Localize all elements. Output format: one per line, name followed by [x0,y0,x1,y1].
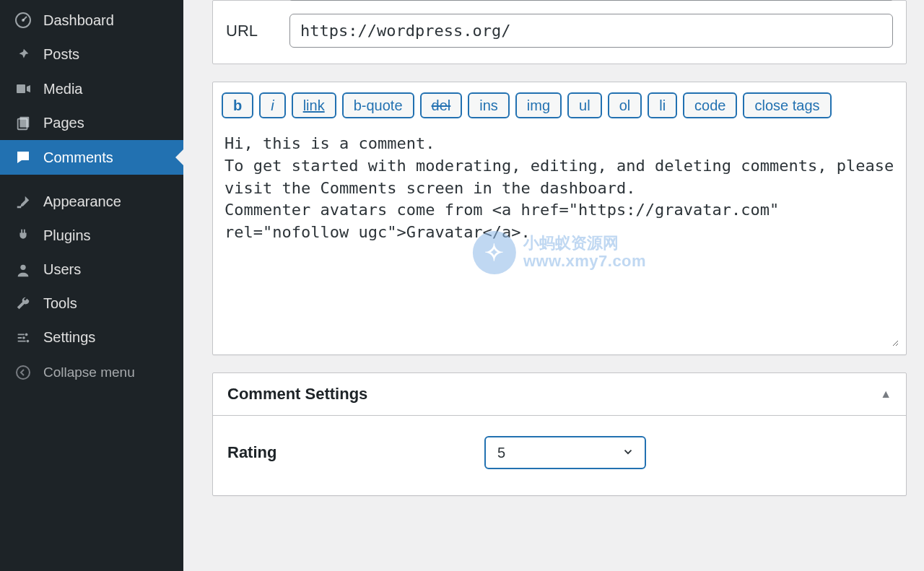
quicktag-bquote-button[interactable]: b-quote [342,92,414,118]
comment-settings-panel: Comment Settings ▲ Rating 5 [212,372,907,496]
comment-settings-toggle[interactable]: Comment Settings ▲ [213,373,906,416]
sidebar-item-label: Posts [43,46,79,63]
media-icon [13,80,33,97]
dashboard-icon [13,12,33,29]
quicktag-ins-button[interactable]: ins [468,92,510,118]
sidebar-item-label: Comments [43,149,113,166]
collapse-icon [13,365,33,380]
quicktag-li-button[interactable]: li [648,92,677,118]
sidebar-item-label: Settings [43,329,95,346]
svg-point-7 [25,333,28,336]
sidebar-item-label: Media [43,81,82,97]
sidebar-item-label: Dashboard [43,12,114,29]
quicktag-close-button[interactable]: close tags [743,92,831,118]
svg-rect-4 [19,116,29,127]
comment-icon [13,149,33,166]
sidebar-item-appearance[interactable]: Appearance [0,185,183,219]
collapse-menu-button[interactable]: Collapse menu [0,354,183,389]
sidebar-item-label: Plugins [43,227,91,244]
url-input[interactable] [289,14,893,48]
admin-sidebar: DashboardPostsMediaPagesCommentsAppearan… [0,0,183,571]
quicktag-i-button[interactable]: i [259,92,285,118]
sidebar-item-settings[interactable]: Settings [0,321,183,354]
quicktags-toolbar: bilinkb-quotedelinsimgulollicodeclose ta… [220,90,899,126]
rating-label: Rating [227,443,484,462]
quicktag-ol-button[interactable]: ol [608,92,642,118]
wrench-icon [13,296,33,312]
quicktag-code-button[interactable]: code [683,92,737,118]
sliders-icon [13,330,33,346]
svg-point-8 [22,336,25,339]
svg-point-9 [27,339,30,342]
sidebar-item-label: Tools [43,295,77,312]
comment-settings-title: Comment Settings [227,385,367,404]
comment-content-textarea[interactable] [220,130,899,346]
brush-icon [13,194,33,210]
url-label: URL [226,22,289,40]
sidebar-item-tools[interactable]: Tools [0,287,183,321]
svg-rect-5 [17,206,22,208]
rating-select[interactable]: 5 [484,436,646,469]
sidebar-item-label: Users [43,261,81,278]
chevron-up-icon: ▲ [880,388,892,401]
collapse-menu-label: Collapse menu [43,365,135,380]
plug-icon [13,228,33,244]
main-content: URL bilinkb-quotedelinsimgulollicodeclos… [183,0,924,571]
page-icon [13,115,33,131]
quicktag-link-button[interactable]: link [292,92,336,118]
sidebar-item-posts[interactable]: Posts [0,38,183,71]
quicktag-img-button[interactable]: img [515,92,562,118]
comment-editor-panel: bilinkb-quotedelinsimgulollicodeclose ta… [212,82,907,355]
sidebar-item-label: Appearance [43,193,121,210]
svg-point-10 [17,366,30,379]
svg-point-1 [22,19,25,22]
author-panel: URL [212,0,907,64]
pin-icon [13,47,33,63]
quicktag-ul-button[interactable]: ul [567,92,602,118]
sidebar-item-label: Pages [43,115,84,131]
svg-rect-2 [17,84,25,93]
quicktag-del-button[interactable]: del [420,92,463,118]
user-icon [13,262,33,278]
sidebar-item-comments[interactable]: Comments [0,140,183,175]
svg-point-6 [20,264,25,269]
sidebar-item-media[interactable]: Media [0,71,183,106]
sidebar-item-pages[interactable]: Pages [0,106,183,140]
sidebar-item-users[interactable]: Users [0,253,183,287]
sidebar-item-dashboard[interactable]: Dashboard [0,3,183,38]
quicktag-b-button[interactable]: b [222,92,253,118]
sidebar-item-plugins[interactable]: Plugins [0,219,183,253]
